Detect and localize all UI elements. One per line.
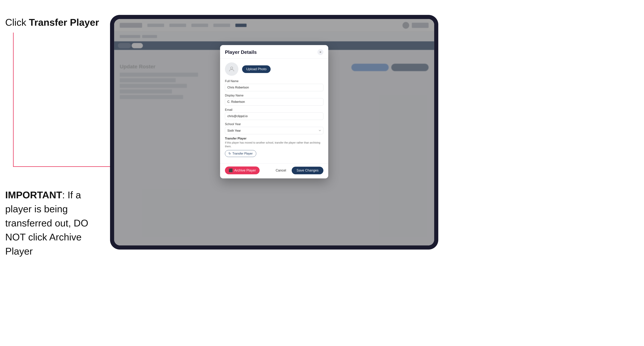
school-year-select[interactable]: First Year Second Year Third Year Fourth… (225, 127, 324, 134)
archive-player-button[interactable]: ⬛ Archive Player (225, 167, 260, 174)
full-name-label: Full Name (225, 80, 324, 83)
modal-header: Player Details × (220, 45, 328, 59)
archive-icon: ⬛ (229, 168, 233, 173)
instruction-top: Click Transfer Player (5, 17, 99, 28)
transfer-icon: ↻ (228, 152, 231, 155)
email-input[interactable] (225, 113, 324, 120)
save-changes-button[interactable]: Save Changes (292, 167, 324, 174)
school-year-label: School Year (225, 123, 324, 126)
player-details-modal: Player Details × Upload Photo (220, 45, 328, 178)
avatar-icon (228, 66, 235, 72)
tablet-screen: Update Roster Player Details × (114, 19, 434, 245)
transfer-player-section: Transfer Player If this player has moved… (225, 137, 324, 157)
modal-footer: ⬛ Archive Player Cancel Save Changes (220, 163, 328, 178)
full-name-input[interactable] (225, 84, 324, 91)
instruction-highlight: Transfer Player (29, 17, 99, 28)
display-name-label: Display Name (225, 94, 324, 97)
avatar-section: Upload Photo (225, 62, 324, 76)
email-label: Email (225, 108, 324, 112)
instruction-bottom: IMPORTANT: If a player is being transfer… (5, 188, 106, 258)
transfer-button-label: Transfer Player (232, 152, 253, 155)
arrow-vertical-line (13, 33, 14, 167)
modal-close-button[interactable]: × (318, 49, 324, 55)
upload-photo-button[interactable]: Upload Photo (242, 65, 270, 73)
full-name-group: Full Name (225, 80, 324, 91)
transfer-player-button[interactable]: ↻ Transfer Player (225, 150, 256, 157)
display-name-group: Display Name (225, 94, 324, 106)
tablet-device: Update Roster Player Details × (110, 15, 438, 250)
archive-button-label: Archive Player (234, 169, 256, 173)
display-name-input[interactable] (225, 98, 324, 106)
cancel-button[interactable]: Cancel (273, 167, 289, 174)
instruction-important-label: IMPORTANT (5, 189, 62, 200)
modal-title: Player Details (225, 49, 257, 55)
instruction-prefix: Click (5, 17, 29, 28)
modal-body: Upload Photo Full Name Display Name Emai… (220, 59, 328, 163)
transfer-section-label: Transfer Player (225, 137, 324, 140)
avatar (225, 62, 238, 76)
school-year-group: School Year First Year Second Year Third… (225, 123, 324, 134)
transfer-section-description: If this player has moved to another scho… (225, 141, 324, 148)
footer-right-actions: Cancel Save Changes (273, 167, 324, 174)
email-group: Email (225, 108, 324, 120)
svg-point-0 (230, 67, 233, 69)
